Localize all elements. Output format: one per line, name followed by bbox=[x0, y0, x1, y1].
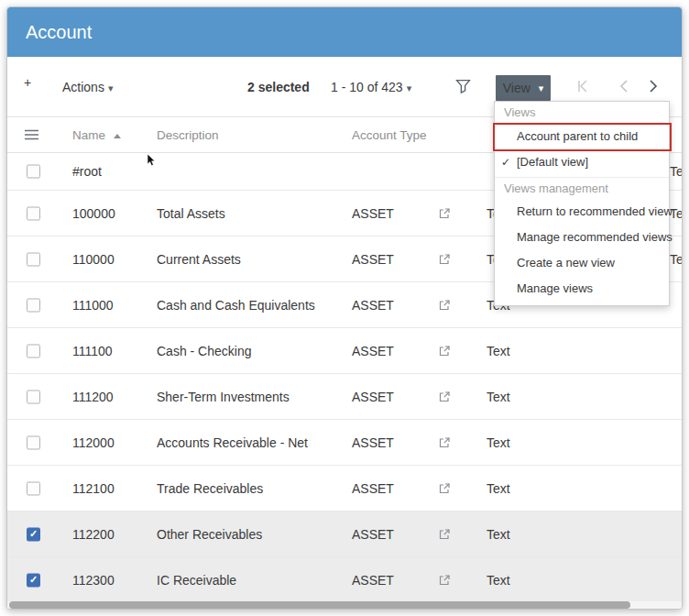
cell-description: Sher-Term Investments bbox=[157, 390, 290, 404]
view-button-label: View bbox=[503, 81, 530, 95]
mouse-cursor bbox=[147, 154, 158, 167]
view-dropdown-menu: Views Account parent to child ✓[Default … bbox=[494, 101, 670, 306]
cell-account-type: ASSET bbox=[352, 527, 394, 542]
cell-edge-clipped: Text bbox=[670, 252, 683, 267]
external-link-icon[interactable] bbox=[438, 390, 451, 403]
cell-name: 112300 bbox=[72, 573, 115, 588]
cell-account-type: ASSET bbox=[352, 390, 394, 404]
cell-account-type: ASSET bbox=[352, 344, 394, 358]
chevron-down-icon: ▾ bbox=[407, 82, 412, 94]
view-button[interactable]: View▾ bbox=[496, 75, 551, 101]
table-row[interactable]: 112300 IC Receivable ASSET Text bbox=[7, 557, 682, 603]
menu-section-header-views: Views bbox=[495, 102, 669, 124]
row-checkbox[interactable] bbox=[27, 435, 40, 449]
actions-dropdown-button[interactable]: Actions▾ bbox=[62, 80, 113, 94]
menu-item-create-a-new-view[interactable]: Create a new view bbox=[495, 250, 669, 276]
hamburger-icon[interactable] bbox=[24, 128, 39, 141]
external-link-icon[interactable] bbox=[438, 528, 451, 541]
scrollbar-thumb[interactable] bbox=[9, 601, 630, 609]
cell-account-type: ASSET bbox=[352, 481, 394, 496]
cell-account-type: ASSET bbox=[352, 573, 394, 588]
cell-attr: Text bbox=[487, 344, 510, 358]
chevron-down-icon: ▾ bbox=[108, 82, 114, 94]
filter-icon[interactable] bbox=[455, 79, 471, 94]
page-title: Account bbox=[7, 7, 682, 57]
column-header-name-label: Name bbox=[72, 128, 105, 142]
menu-item-default-view[interactable]: ✓[Default view] bbox=[495, 149, 669, 175]
menu-item-return-to-recommended-view[interactable]: Return to recommended view bbox=[495, 199, 669, 225]
cell-edge-clipped: Text bbox=[670, 164, 683, 179]
row-checkbox[interactable] bbox=[27, 165, 40, 179]
external-link-icon[interactable] bbox=[438, 207, 451, 220]
table-row[interactable]: 112000 Accounts Receivable - Net ASSET T… bbox=[7, 420, 682, 466]
column-header-account-type[interactable]: Account Type bbox=[352, 128, 427, 142]
row-checkbox[interactable] bbox=[27, 298, 40, 312]
cell-name: 111000 bbox=[72, 298, 114, 313]
row-checkbox[interactable] bbox=[27, 344, 40, 358]
cell-description: Current Assets bbox=[157, 252, 241, 267]
external-link-icon[interactable] bbox=[438, 299, 451, 312]
cell-description: Cash and Cash Equivalents bbox=[157, 298, 315, 313]
add-button[interactable]: + bbox=[24, 75, 31, 90]
table-row[interactable]: 112100 Trade Receivables ASSET Text bbox=[7, 466, 682, 512]
account-window: Account + Actions▾ 2 selected 1 - 10 of … bbox=[6, 6, 683, 610]
row-checkbox[interactable] bbox=[27, 206, 40, 220]
cell-name: 110000 bbox=[72, 252, 115, 267]
row-checkbox[interactable] bbox=[27, 573, 40, 587]
menu-item-manage-recommended-views[interactable]: Manage recommended views bbox=[495, 225, 669, 250]
selected-count: 2 selected bbox=[247, 80, 310, 94]
sort-ascending-icon bbox=[114, 134, 121, 138]
external-link-icon[interactable] bbox=[438, 253, 451, 266]
table-row[interactable]: 111100 Cash - Checking ASSET Text bbox=[7, 328, 682, 374]
menu-section-header-views-management: Views management bbox=[495, 177, 669, 199]
cell-name: 112100 bbox=[72, 481, 115, 496]
cell-attr: Text bbox=[487, 573, 510, 588]
menu-item-account-parent-to-child[interactable]: Account parent to child bbox=[495, 124, 669, 149]
cell-name: 111100 bbox=[72, 344, 113, 358]
table-row[interactable]: 111200 Sher-Term Investments ASSET Text bbox=[7, 374, 682, 420]
cell-description: Other Receivables bbox=[157, 527, 262, 542]
pagination-dropdown[interactable]: 1 - 10 of 423▾ bbox=[331, 80, 411, 94]
external-link-icon[interactable] bbox=[438, 345, 451, 358]
cell-attr: Text bbox=[487, 435, 510, 450]
column-header-description[interactable]: Description bbox=[157, 128, 219, 142]
cell-name: 112200 bbox=[72, 527, 115, 542]
row-checkbox[interactable] bbox=[27, 252, 40, 266]
cell-name: 100000 bbox=[72, 206, 115, 221]
cell-description: Trade Receivables bbox=[157, 481, 263, 496]
cell-account-type: ASSET bbox=[352, 435, 394, 450]
menu-item-manage-views[interactable]: Manage views bbox=[495, 276, 669, 302]
pagination-label: 1 - 10 of 423 bbox=[331, 80, 403, 94]
cell-description: Total Assets bbox=[157, 206, 225, 221]
row-checkbox[interactable] bbox=[27, 390, 40, 403]
external-link-icon[interactable] bbox=[438, 436, 451, 449]
column-header-name[interactable]: Name bbox=[72, 128, 121, 142]
cell-name: 111200 bbox=[72, 390, 114, 404]
cell-description: Cash - Checking bbox=[157, 344, 252, 358]
chevron-down-icon: ▾ bbox=[539, 82, 544, 94]
next-page-icon[interactable] bbox=[645, 79, 660, 94]
cell-name: 112000 bbox=[72, 435, 115, 450]
actions-label: Actions bbox=[62, 80, 104, 94]
cell-attr: Text bbox=[487, 481, 510, 496]
prev-page-icon[interactable] bbox=[618, 79, 632, 94]
cell-description: IC Receivable bbox=[157, 573, 236, 588]
row-checkbox[interactable] bbox=[27, 481, 40, 495]
cell-attr: Text bbox=[487, 390, 510, 404]
first-page-icon[interactable] bbox=[575, 79, 590, 94]
external-link-icon[interactable] bbox=[438, 574, 451, 587]
check-icon: ✓ bbox=[501, 149, 510, 175]
row-checkbox[interactable] bbox=[27, 527, 40, 541]
table-row[interactable]: 112200 Other Receivables ASSET Text bbox=[7, 512, 682, 557]
cell-description: Accounts Receivable - Net bbox=[157, 435, 308, 450]
external-link-icon[interactable] bbox=[438, 482, 451, 495]
horizontal-scrollbar[interactable] bbox=[7, 601, 682, 609]
cell-account-type: ASSET bbox=[352, 206, 394, 221]
cell-account-type: ASSET bbox=[352, 298, 394, 313]
cell-name: #root bbox=[72, 164, 102, 179]
menu-item-default-view-label: [Default view] bbox=[517, 155, 588, 169]
cell-account-type: ASSET bbox=[352, 252, 394, 267]
cell-attr: Text bbox=[487, 527, 510, 542]
